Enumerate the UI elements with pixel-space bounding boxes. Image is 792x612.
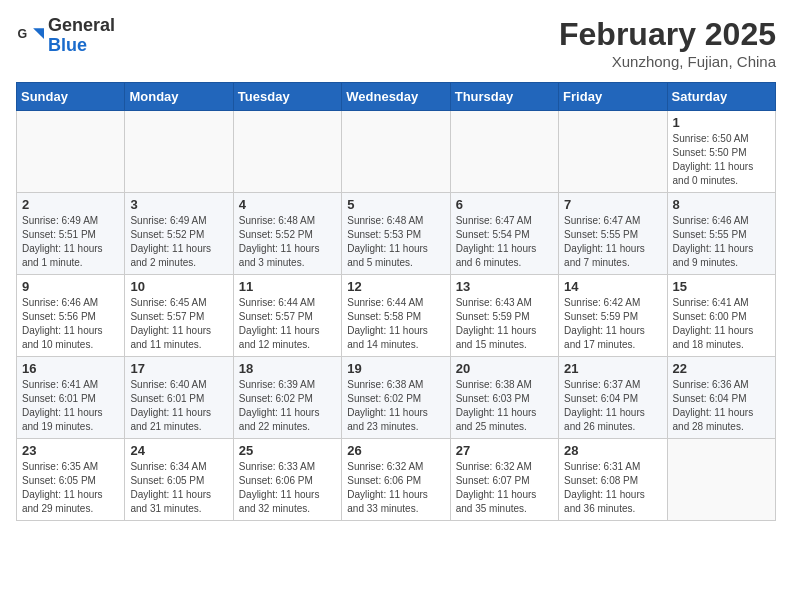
calendar-cell: 23Sunrise: 6:35 AM Sunset: 6:05 PM Dayli… (17, 439, 125, 521)
day-info: Sunrise: 6:37 AM Sunset: 6:04 PM Dayligh… (564, 378, 661, 434)
day-info: Sunrise: 6:49 AM Sunset: 5:52 PM Dayligh… (130, 214, 227, 270)
calendar-cell: 20Sunrise: 6:38 AM Sunset: 6:03 PM Dayli… (450, 357, 558, 439)
calendar-header-row: SundayMondayTuesdayWednesdayThursdayFrid… (17, 83, 776, 111)
day-number: 3 (130, 197, 227, 212)
day-number: 4 (239, 197, 336, 212)
calendar-cell (667, 439, 775, 521)
calendar-cell: 18Sunrise: 6:39 AM Sunset: 6:02 PM Dayli… (233, 357, 341, 439)
day-info: Sunrise: 6:31 AM Sunset: 6:08 PM Dayligh… (564, 460, 661, 516)
day-info: Sunrise: 6:32 AM Sunset: 6:06 PM Dayligh… (347, 460, 444, 516)
day-number: 13 (456, 279, 553, 294)
day-info: Sunrise: 6:50 AM Sunset: 5:50 PM Dayligh… (673, 132, 770, 188)
day-number: 27 (456, 443, 553, 458)
day-info: Sunrise: 6:34 AM Sunset: 6:05 PM Dayligh… (130, 460, 227, 516)
weekday-header-tuesday: Tuesday (233, 83, 341, 111)
calendar-week-row: 9Sunrise: 6:46 AM Sunset: 5:56 PM Daylig… (17, 275, 776, 357)
weekday-header-wednesday: Wednesday (342, 83, 450, 111)
day-info: Sunrise: 6:33 AM Sunset: 6:06 PM Dayligh… (239, 460, 336, 516)
weekday-header-sunday: Sunday (17, 83, 125, 111)
day-info: Sunrise: 6:48 AM Sunset: 5:52 PM Dayligh… (239, 214, 336, 270)
calendar-table: SundayMondayTuesdayWednesdayThursdayFrid… (16, 82, 776, 521)
day-number: 25 (239, 443, 336, 458)
calendar-cell (125, 111, 233, 193)
calendar-cell: 26Sunrise: 6:32 AM Sunset: 6:06 PM Dayli… (342, 439, 450, 521)
svg-marker-1 (33, 28, 44, 39)
day-info: Sunrise: 6:45 AM Sunset: 5:57 PM Dayligh… (130, 296, 227, 352)
calendar-week-row: 2Sunrise: 6:49 AM Sunset: 5:51 PM Daylig… (17, 193, 776, 275)
calendar-cell: 21Sunrise: 6:37 AM Sunset: 6:04 PM Dayli… (559, 357, 667, 439)
day-number: 26 (347, 443, 444, 458)
day-number: 21 (564, 361, 661, 376)
weekday-header-monday: Monday (125, 83, 233, 111)
calendar-cell: 5Sunrise: 6:48 AM Sunset: 5:53 PM Daylig… (342, 193, 450, 275)
day-info: Sunrise: 6:40 AM Sunset: 6:01 PM Dayligh… (130, 378, 227, 434)
svg-text:G: G (18, 26, 28, 40)
day-number: 22 (673, 361, 770, 376)
calendar-title-area: February 2025 Xunzhong, Fujian, China (559, 16, 776, 70)
calendar-week-row: 23Sunrise: 6:35 AM Sunset: 6:05 PM Dayli… (17, 439, 776, 521)
calendar-cell: 12Sunrise: 6:44 AM Sunset: 5:58 PM Dayli… (342, 275, 450, 357)
day-number: 7 (564, 197, 661, 212)
day-number: 14 (564, 279, 661, 294)
day-number: 6 (456, 197, 553, 212)
day-info: Sunrise: 6:38 AM Sunset: 6:02 PM Dayligh… (347, 378, 444, 434)
day-number: 17 (130, 361, 227, 376)
day-number: 2 (22, 197, 119, 212)
day-info: Sunrise: 6:43 AM Sunset: 5:59 PM Dayligh… (456, 296, 553, 352)
day-info: Sunrise: 6:42 AM Sunset: 5:59 PM Dayligh… (564, 296, 661, 352)
day-info: Sunrise: 6:49 AM Sunset: 5:51 PM Dayligh… (22, 214, 119, 270)
logo: G General Blue (16, 16, 115, 56)
day-number: 18 (239, 361, 336, 376)
day-info: Sunrise: 6:39 AM Sunset: 6:02 PM Dayligh… (239, 378, 336, 434)
day-info: Sunrise: 6:38 AM Sunset: 6:03 PM Dayligh… (456, 378, 553, 434)
day-number: 15 (673, 279, 770, 294)
calendar-cell: 19Sunrise: 6:38 AM Sunset: 6:02 PM Dayli… (342, 357, 450, 439)
calendar-cell: 28Sunrise: 6:31 AM Sunset: 6:08 PM Dayli… (559, 439, 667, 521)
day-number: 11 (239, 279, 336, 294)
day-info: Sunrise: 6:48 AM Sunset: 5:53 PM Dayligh… (347, 214, 444, 270)
calendar-cell: 27Sunrise: 6:32 AM Sunset: 6:07 PM Dayli… (450, 439, 558, 521)
calendar-cell: 2Sunrise: 6:49 AM Sunset: 5:51 PM Daylig… (17, 193, 125, 275)
calendar-cell: 13Sunrise: 6:43 AM Sunset: 5:59 PM Dayli… (450, 275, 558, 357)
calendar-week-row: 16Sunrise: 6:41 AM Sunset: 6:01 PM Dayli… (17, 357, 776, 439)
day-number: 19 (347, 361, 444, 376)
day-number: 23 (22, 443, 119, 458)
calendar-cell: 17Sunrise: 6:40 AM Sunset: 6:01 PM Dayli… (125, 357, 233, 439)
calendar-cell: 8Sunrise: 6:46 AM Sunset: 5:55 PM Daylig… (667, 193, 775, 275)
calendar-cell: 9Sunrise: 6:46 AM Sunset: 5:56 PM Daylig… (17, 275, 125, 357)
weekday-header-saturday: Saturday (667, 83, 775, 111)
calendar-cell: 11Sunrise: 6:44 AM Sunset: 5:57 PM Dayli… (233, 275, 341, 357)
calendar-week-row: 1Sunrise: 6:50 AM Sunset: 5:50 PM Daylig… (17, 111, 776, 193)
day-number: 20 (456, 361, 553, 376)
calendar-cell: 15Sunrise: 6:41 AM Sunset: 6:00 PM Dayli… (667, 275, 775, 357)
month-title: February 2025 (559, 16, 776, 53)
calendar-cell: 4Sunrise: 6:48 AM Sunset: 5:52 PM Daylig… (233, 193, 341, 275)
day-info: Sunrise: 6:47 AM Sunset: 5:54 PM Dayligh… (456, 214, 553, 270)
day-info: Sunrise: 6:46 AM Sunset: 5:55 PM Dayligh… (673, 214, 770, 270)
calendar-cell: 3Sunrise: 6:49 AM Sunset: 5:52 PM Daylig… (125, 193, 233, 275)
day-info: Sunrise: 6:44 AM Sunset: 5:58 PM Dayligh… (347, 296, 444, 352)
weekday-header-thursday: Thursday (450, 83, 558, 111)
day-info: Sunrise: 6:47 AM Sunset: 5:55 PM Dayligh… (564, 214, 661, 270)
calendar-cell: 24Sunrise: 6:34 AM Sunset: 6:05 PM Dayli… (125, 439, 233, 521)
day-number: 5 (347, 197, 444, 212)
calendar-cell (559, 111, 667, 193)
day-number: 10 (130, 279, 227, 294)
calendar-cell (233, 111, 341, 193)
day-number: 9 (22, 279, 119, 294)
day-info: Sunrise: 6:46 AM Sunset: 5:56 PM Dayligh… (22, 296, 119, 352)
day-info: Sunrise: 6:36 AM Sunset: 6:04 PM Dayligh… (673, 378, 770, 434)
day-number: 1 (673, 115, 770, 130)
calendar-cell: 16Sunrise: 6:41 AM Sunset: 6:01 PM Dayli… (17, 357, 125, 439)
day-number: 24 (130, 443, 227, 458)
calendar-cell (450, 111, 558, 193)
day-info: Sunrise: 6:41 AM Sunset: 6:00 PM Dayligh… (673, 296, 770, 352)
calendar-cell: 25Sunrise: 6:33 AM Sunset: 6:06 PM Dayli… (233, 439, 341, 521)
calendar-cell: 6Sunrise: 6:47 AM Sunset: 5:54 PM Daylig… (450, 193, 558, 275)
calendar-cell: 1Sunrise: 6:50 AM Sunset: 5:50 PM Daylig… (667, 111, 775, 193)
day-info: Sunrise: 6:32 AM Sunset: 6:07 PM Dayligh… (456, 460, 553, 516)
calendar-cell: 10Sunrise: 6:45 AM Sunset: 5:57 PM Dayli… (125, 275, 233, 357)
calendar-cell: 7Sunrise: 6:47 AM Sunset: 5:55 PM Daylig… (559, 193, 667, 275)
calendar-cell (17, 111, 125, 193)
day-number: 16 (22, 361, 119, 376)
